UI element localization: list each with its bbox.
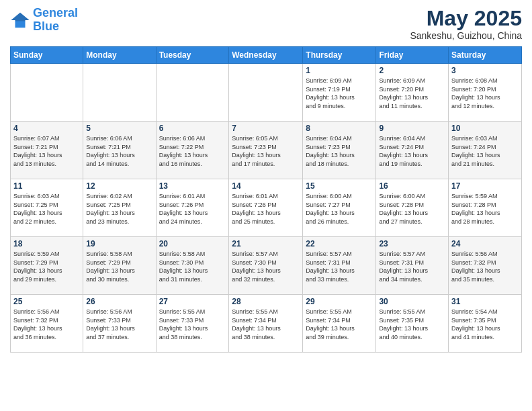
day-info: Sunrise: 6:01 AM Sunset: 7:26 PM Dayligh…: [232, 192, 300, 226]
day-cell: 14Sunrise: 6:01 AM Sunset: 7:26 PM Dayli…: [229, 179, 303, 237]
day-info: Sunrise: 5:58 AM Sunset: 7:30 PM Dayligh…: [159, 250, 226, 283]
calendar-table: Sunday Monday Tuesday Wednesday Thursday…: [10, 46, 522, 353]
day-info: Sunrise: 5:56 AM Sunset: 7:32 PM Dayligh…: [13, 308, 80, 341]
day-cell: 19Sunrise: 5:58 AM Sunset: 7:29 PM Dayli…: [83, 237, 156, 295]
day-info: Sunrise: 6:03 AM Sunset: 7:24 PM Dayligh…: [451, 134, 519, 168]
day-cell: 9Sunrise: 6:04 AM Sunset: 7:24 PM Daylig…: [376, 122, 449, 179]
svg-marker-1: [11, 13, 30, 21]
day-cell: 18Sunrise: 5:59 AM Sunset: 7:29 PM Dayli…: [11, 237, 83, 295]
day-number: 4: [13, 124, 80, 133]
day-number: 15: [306, 181, 373, 191]
day-info: Sunrise: 6:02 AM Sunset: 7:25 PM Dayligh…: [86, 192, 152, 226]
day-info: Sunrise: 6:00 AM Sunset: 7:28 PM Dayligh…: [379, 192, 445, 226]
day-number: 5: [86, 124, 152, 133]
day-info: Sunrise: 5:57 AM Sunset: 7:31 PM Dayligh…: [379, 250, 445, 283]
day-number: 2: [379, 66, 445, 75]
day-number: 23: [379, 239, 445, 248]
day-cell: 1Sunrise: 6:09 AM Sunset: 7:19 PM Daylig…: [303, 64, 376, 122]
day-info: Sunrise: 5:56 AM Sunset: 7:32 PM Dayligh…: [451, 250, 519, 283]
day-cell: 7Sunrise: 6:05 AM Sunset: 7:23 PM Daylig…: [229, 122, 303, 179]
day-cell: 21Sunrise: 5:57 AM Sunset: 7:30 PM Dayli…: [229, 237, 303, 295]
day-info: Sunrise: 5:56 AM Sunset: 7:33 PM Dayligh…: [86, 308, 152, 341]
col-friday: Friday: [376, 47, 449, 64]
day-cell: [156, 64, 229, 122]
day-number: 30: [379, 297, 445, 306]
day-number: 9: [379, 124, 445, 133]
day-number: 21: [232, 239, 300, 248]
col-thursday: Thursday: [303, 47, 376, 64]
day-info: Sunrise: 6:04 AM Sunset: 7:24 PM Dayligh…: [379, 134, 445, 168]
day-cell: 6Sunrise: 6:06 AM Sunset: 7:22 PM Daylig…: [156, 122, 229, 179]
day-cell: 16Sunrise: 6:00 AM Sunset: 7:28 PM Dayli…: [376, 179, 449, 237]
day-info: Sunrise: 6:03 AM Sunset: 7:25 PM Dayligh…: [13, 192, 80, 226]
day-cell: 23Sunrise: 5:57 AM Sunset: 7:31 PM Dayli…: [376, 237, 449, 295]
col-saturday: Saturday: [449, 47, 522, 64]
day-info: Sunrise: 6:01 AM Sunset: 7:26 PM Dayligh…: [159, 192, 226, 226]
day-number: 27: [159, 297, 226, 306]
day-number: 8: [306, 124, 373, 133]
day-cell: 5Sunrise: 6:06 AM Sunset: 7:21 PM Daylig…: [83, 122, 156, 179]
week-row-3: 11Sunrise: 6:03 AM Sunset: 7:25 PM Dayli…: [11, 179, 522, 237]
day-number: 1: [306, 66, 373, 75]
day-info: Sunrise: 6:07 AM Sunset: 7:21 PM Dayligh…: [13, 134, 80, 168]
day-number: 25: [13, 297, 80, 306]
day-number: 18: [13, 239, 80, 248]
day-cell: [229, 64, 303, 122]
day-cell: 31Sunrise: 5:54 AM Sunset: 7:35 PM Dayli…: [449, 295, 522, 353]
day-cell: 4Sunrise: 6:07 AM Sunset: 7:21 PM Daylig…: [11, 122, 83, 179]
week-row-1: 1Sunrise: 6:09 AM Sunset: 7:19 PM Daylig…: [11, 64, 522, 122]
week-row-5: 25Sunrise: 5:56 AM Sunset: 7:32 PM Dayli…: [11, 295, 522, 353]
day-info: Sunrise: 5:59 AM Sunset: 7:29 PM Dayligh…: [13, 250, 80, 283]
day-cell: 29Sunrise: 5:55 AM Sunset: 7:34 PM Dayli…: [303, 295, 376, 353]
day-cell: 11Sunrise: 6:03 AM Sunset: 7:25 PM Dayli…: [11, 179, 83, 237]
calendar-header-row: Sunday Monday Tuesday Wednesday Thursday…: [11, 47, 522, 64]
day-number: 24: [451, 239, 519, 248]
col-sunday: Sunday: [11, 47, 83, 64]
day-number: 12: [86, 181, 152, 191]
day-cell: [83, 64, 156, 122]
day-info: Sunrise: 6:08 AM Sunset: 7:20 PM Dayligh…: [451, 77, 519, 110]
day-info: Sunrise: 5:59 AM Sunset: 7:28 PM Dayligh…: [451, 192, 519, 226]
day-info: Sunrise: 5:55 AM Sunset: 7:34 PM Dayligh…: [232, 308, 300, 341]
week-row-4: 18Sunrise: 5:59 AM Sunset: 7:29 PM Dayli…: [11, 237, 522, 295]
day-number: 31: [451, 297, 519, 306]
day-cell: 13Sunrise: 6:01 AM Sunset: 7:26 PM Dayli…: [156, 179, 229, 237]
day-info: Sunrise: 5:55 AM Sunset: 7:33 PM Dayligh…: [159, 308, 226, 341]
day-info: Sunrise: 5:54 AM Sunset: 7:35 PM Dayligh…: [451, 308, 519, 341]
day-number: 17: [451, 181, 519, 191]
day-cell: 8Sunrise: 6:04 AM Sunset: 7:23 PM Daylig…: [303, 122, 376, 179]
day-cell: 22Sunrise: 5:57 AM Sunset: 7:31 PM Dayli…: [303, 237, 376, 295]
day-cell: 15Sunrise: 6:00 AM Sunset: 7:27 PM Dayli…: [303, 179, 376, 237]
day-number: 10: [451, 124, 519, 133]
day-number: 29: [306, 297, 373, 306]
day-cell: 3Sunrise: 6:08 AM Sunset: 7:20 PM Daylig…: [449, 64, 522, 122]
day-cell: 30Sunrise: 5:55 AM Sunset: 7:35 PM Dayli…: [376, 295, 449, 353]
day-info: Sunrise: 6:06 AM Sunset: 7:22 PM Dayligh…: [159, 134, 226, 168]
month-year: May 2025: [410, 7, 522, 30]
day-cell: 10Sunrise: 6:03 AM Sunset: 7:24 PM Dayli…: [449, 122, 522, 179]
day-number: 28: [232, 297, 300, 306]
col-tuesday: Tuesday: [156, 47, 229, 64]
day-number: 7: [232, 124, 300, 133]
day-cell: 27Sunrise: 5:55 AM Sunset: 7:33 PM Dayli…: [156, 295, 229, 353]
col-monday: Monday: [83, 47, 156, 64]
day-cell: 17Sunrise: 5:59 AM Sunset: 7:28 PM Dayli…: [449, 179, 522, 237]
day-info: Sunrise: 5:55 AM Sunset: 7:34 PM Dayligh…: [306, 308, 373, 341]
day-cell: [11, 64, 83, 122]
day-cell: 24Sunrise: 5:56 AM Sunset: 7:32 PM Dayli…: [449, 237, 522, 295]
day-info: Sunrise: 6:00 AM Sunset: 7:27 PM Dayligh…: [306, 192, 373, 226]
day-cell: 25Sunrise: 5:56 AM Sunset: 7:32 PM Dayli…: [11, 295, 83, 353]
day-cell: 20Sunrise: 5:58 AM Sunset: 7:30 PM Dayli…: [156, 237, 229, 295]
day-info: Sunrise: 6:09 AM Sunset: 7:19 PM Dayligh…: [306, 77, 373, 110]
day-cell: 2Sunrise: 6:09 AM Sunset: 7:20 PM Daylig…: [376, 64, 449, 122]
day-number: 22: [306, 239, 373, 248]
day-info: Sunrise: 5:58 AM Sunset: 7:29 PM Dayligh…: [86, 250, 152, 283]
day-info: Sunrise: 5:55 AM Sunset: 7:35 PM Dayligh…: [379, 308, 445, 341]
day-info: Sunrise: 6:04 AM Sunset: 7:23 PM Dayligh…: [306, 134, 373, 168]
header: General Blue May 2025 Sankeshu, Guizhou,…: [10, 7, 522, 41]
day-number: 26: [86, 297, 152, 306]
day-info: Sunrise: 6:06 AM Sunset: 7:21 PM Dayligh…: [86, 134, 152, 168]
day-number: 11: [13, 181, 80, 191]
day-cell: 12Sunrise: 6:02 AM Sunset: 7:25 PM Dayli…: [83, 179, 156, 237]
day-number: 19: [86, 239, 152, 248]
